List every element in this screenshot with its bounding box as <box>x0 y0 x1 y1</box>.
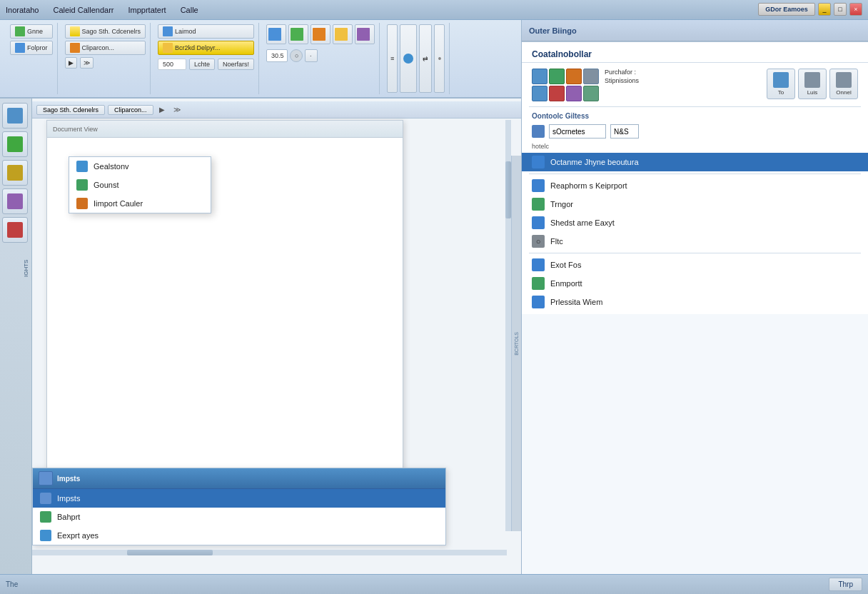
extra-icon-4 <box>335 28 348 41</box>
dropdown-icon-1 <box>76 161 88 172</box>
dropdown-item-3[interactable]: Iimport Cauler <box>69 194 211 213</box>
ctx-btn-luis[interactable]: Luis <box>798 69 827 99</box>
icon-laimod <box>163 26 173 36</box>
ctx-icon-6 <box>549 86 565 101</box>
blue-icon <box>15 43 25 53</box>
ribbon-btn-circ[interactable]: ○ <box>290 49 303 62</box>
ribbon-btn-gnne[interactable]: Gnne <box>10 24 53 39</box>
ribbon-btn-dot[interactable]: · <box>305 49 318 62</box>
ribbon-btn-globe[interactable] <box>400 24 417 93</box>
right-panel-subtitle-bar: Outer Biingo <box>522 20 868 41</box>
ctx-btn-onnel[interactable]: Onnel <box>829 69 858 99</box>
ctx-btn-to[interactable]: To <box>767 69 795 99</box>
ctx-toolbar-labels: Purchafor : Stipnissions <box>605 69 639 101</box>
orange-icon <box>70 43 80 53</box>
ribbon-group-2: Sago Sth. Cdcenelrs Cliparcon... ▶ ≫ <box>61 23 151 94</box>
ribbon-btn-bcr2kd[interactable]: Bcr2kd Delpyr... <box>158 41 254 55</box>
sidebar-icon-4[interactable] <box>2 188 28 214</box>
context-item-5[interactable]: Exot Fos <box>522 256 868 274</box>
bottom-list-icon-0 <box>40 493 51 504</box>
ribbon-group-icons: ≡ ⇄ • <box>383 23 450 94</box>
bottom-list-selected: Impsts <box>57 475 80 483</box>
ribbon-btn-extra-4[interactable] <box>333 24 353 44</box>
canvas-toolbar: Sago Sth. Cdenelrs Cliparcon... ▶ ≫ <box>32 101 521 119</box>
ribbon-input-500[interactable]: 500 <box>158 59 186 70</box>
ctx-highlighted-icon <box>532 156 545 168</box>
maximize-btn[interactable]: □ <box>834 3 847 16</box>
close-btn[interactable]: × <box>849 3 862 16</box>
extra-icon-3 <box>313 28 326 41</box>
context-highlighted-item[interactable]: Octanme Jhyne beoutura <box>522 153 868 171</box>
sidebar-icon-2[interactable] <box>2 131 28 157</box>
ribbon-btn-extra-2[interactable] <box>288 24 308 44</box>
minimize-btn[interactable]: _ <box>818 3 831 16</box>
extra-icon-2 <box>291 28 303 41</box>
status-text: The <box>6 580 18 588</box>
right-panel-subtitle: Outer Biingo <box>529 26 577 35</box>
canvas-v-scroll-thumb[interactable] <box>505 161 511 218</box>
sidebar-icon-img-3 <box>7 165 23 181</box>
ctx-item-icon-7 <box>532 296 545 308</box>
ctx-field-input-1[interactable] <box>549 124 606 139</box>
ribbon-btn-cliparcon[interactable]: Cliparcon... <box>65 41 146 55</box>
ribbon-btn-arrows[interactable]: ⇄ <box>419 24 432 93</box>
divider-3 <box>529 253 861 253</box>
bottom-list-item-0[interactable]: Impsts <box>33 489 445 508</box>
left-sidebar: IGHTS <box>0 99 32 574</box>
sidebar-icon-img-2 <box>7 136 23 152</box>
title-bar: Inorataho Caleid Callendarr Impprtatert … <box>0 0 868 20</box>
context-toolbar-row: Purchafor : Stipnissions To Luis <box>522 66 868 104</box>
yellow-icon <box>70 26 80 36</box>
context-item-6[interactable]: Enmportt <box>522 274 868 293</box>
canvas-tool-btn-2[interactable]: Cliparcon... <box>108 105 153 115</box>
context-menu: Coatalnobollar Purchafor : Stipnissions <box>522 41 868 314</box>
dropdown-item-1[interactable]: Gealstonv <box>69 157 211 176</box>
canvas-v-scroll-track <box>505 120 511 531</box>
ribbon-btn-noerfars[interactable]: Noerfars! <box>218 59 254 70</box>
canvas-tool-btn-1[interactable]: Sago Sth. Cdenelrs <box>36 105 105 115</box>
sidebar-icon-3[interactable] <box>2 160 28 186</box>
ctx-field-input-2[interactable] <box>610 124 639 139</box>
divider-1 <box>529 106 861 107</box>
ribbon-btn-folpror[interactable]: Folpror <box>10 41 53 55</box>
context-icon-grid <box>532 69 599 101</box>
ribbon-btn-extra-1[interactable] <box>266 24 286 44</box>
ribbon-btn-lchte[interactable]: Lchte <box>189 59 215 70</box>
sidebar-icon-1[interactable] <box>2 103 28 129</box>
extra-icon-1 <box>268 28 281 41</box>
context-item-3[interactable]: Shedst arne Eaxyt <box>522 213 868 232</box>
context-item-2[interactable]: Trngor <box>522 195 868 213</box>
context-item-4[interactable]: ○ Fltc <box>522 232 868 251</box>
context-field-row <box>522 121 868 141</box>
ctx-item-icon-5 <box>532 258 545 271</box>
ribbon-input-305[interactable]: 30.5 <box>266 49 288 62</box>
dropdown-icon-3 <box>76 198 88 209</box>
ctx-icon-1 <box>532 69 547 84</box>
ribbon-btn-sago[interactable]: Sago Sth. Cdcenelrs <box>65 24 146 39</box>
sidebar-icon-5[interactable] <box>2 217 28 243</box>
bottom-list-item-2[interactable]: Eexprt ayes <box>33 526 445 545</box>
ribbon-btn-dot2[interactable]: • <box>434 24 445 93</box>
ctx-icon-3 <box>566 69 582 84</box>
context-item-1[interactable]: Reaphorm s Keiprport <box>522 176 868 195</box>
title-item-4: Calle <box>181 6 198 14</box>
ribbon-btn-settings[interactable]: ≡ <box>387 24 398 93</box>
context-item-7[interactable]: Prlessita Wiem <box>522 293 868 311</box>
ctx-icon-5 <box>532 86 547 101</box>
ctx-item-icon-1 <box>532 179 545 192</box>
canvas-right-label: BCRTOLS <box>511 156 521 531</box>
title-item-1: Inorataho <box>6 6 39 14</box>
dropdown-item-2[interactable]: Gounst <box>69 176 211 194</box>
ribbon-btn-extra-5[interactable] <box>355 24 375 44</box>
ribbon-btn-laimod[interactable]: Laimod <box>158 24 254 39</box>
right-panel: Outer Biingo Coatalnobollar Purchafor : … <box>521 20 868 594</box>
canvas-h-scroll-thumb[interactable] <box>127 550 213 555</box>
ribbon-btn-arrow2[interactable]: ≫ <box>80 57 94 69</box>
bottom-list-item-1[interactable]: Bahprt <box>33 508 445 526</box>
ribbon-btn-arrow1[interactable]: ▶ <box>65 57 77 69</box>
title-bar-text: Inorataho Caleid Callendarr Impprtatert … <box>6 6 198 14</box>
status-btn[interactable]: Thrp <box>829 578 862 591</box>
ribbon-btn-extra-3[interactable] <box>311 24 330 44</box>
highlight-label-btn[interactable]: GDor Eamoes <box>758 3 815 16</box>
divider-2 <box>529 173 861 174</box>
